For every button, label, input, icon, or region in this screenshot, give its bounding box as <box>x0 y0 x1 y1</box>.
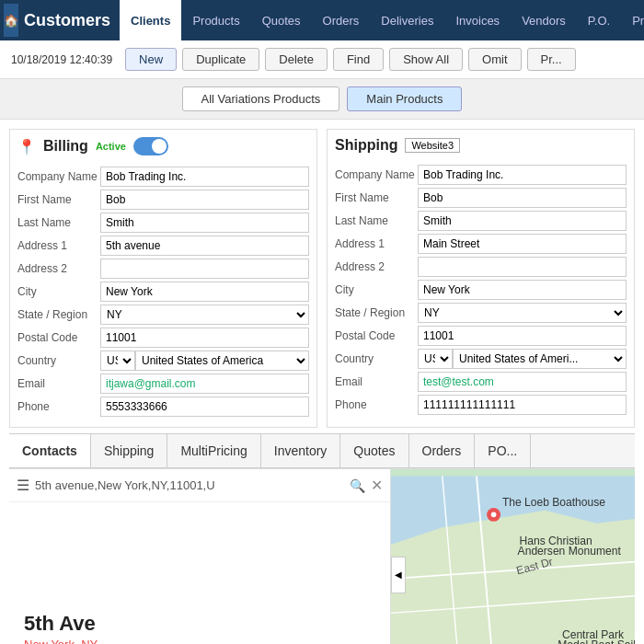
tab-inventory[interactable]: Inventory <box>261 434 341 467</box>
shipping-postal-input[interactable] <box>418 326 627 346</box>
billing-address1-row: Address 1 <box>17 236 309 256</box>
billing-phone-input[interactable] <box>100 397 309 417</box>
location-icon: 📍 <box>17 138 36 155</box>
new-button[interactable]: New <box>125 48 177 71</box>
shipping-address2-row: Address 2 <box>335 257 627 277</box>
billing-firstname-input[interactable] <box>100 190 309 210</box>
billing-postal-input[interactable] <box>100 328 309 348</box>
active-badge: Active <box>96 141 126 152</box>
billing-state-row: State / Region NY <box>17 305 309 325</box>
billing-postal-row: Postal Code <box>17 328 309 348</box>
billing-company-row: Company Name <box>17 167 309 187</box>
shipping-title: Shipping <box>335 137 397 154</box>
billing-country-code-select[interactable]: US <box>100 351 135 371</box>
billing-firstname-row: First Name <box>17 190 309 210</box>
map-search-bar: ☰ 🔍 ✕ <box>9 469 390 502</box>
nav-tab-po[interactable]: P.O. <box>577 0 621 40</box>
close-icon[interactable]: ✕ <box>371 477 383 494</box>
shipping-state-row: State / Region NY <box>335 303 627 323</box>
shipping-phone-label: Phone <box>335 398 418 411</box>
nav-tab-invoices[interactable]: Invoices <box>444 0 511 40</box>
shipping-phone-input[interactable] <box>418 395 627 415</box>
shipping-city-label: City <box>335 283 418 296</box>
shipping-email-input[interactable] <box>418 372 627 392</box>
svg-point-10 <box>491 512 497 518</box>
billing-company-input[interactable] <box>100 167 309 187</box>
billing-phone-label: Phone <box>17 400 100 413</box>
billing-lastname-row: Last Name <box>17 213 309 233</box>
active-toggle[interactable] <box>133 137 168 155</box>
nav-tab-vendors[interactable]: Vendors <box>511 0 577 40</box>
billing-email-input[interactable] <box>100 374 309 394</box>
show-all-button[interactable]: Show All <box>389 48 463 71</box>
app-title: Customers <box>24 11 110 30</box>
website-badge: Website3 <box>405 138 460 153</box>
billing-country-select[interactable]: United States of America <box>135 351 309 371</box>
duplicate-button[interactable]: Duplicate <box>182 48 259 71</box>
billing-address1-input[interactable] <box>100 236 309 256</box>
svg-text:Andersen Monument: Andersen Monument <box>518 545 622 558</box>
all-variations-tab[interactable]: All Variations Products <box>182 86 340 111</box>
shipping-postal-label: Postal Code <box>335 329 418 342</box>
shipping-address1-row: Address 1 <box>335 234 627 254</box>
billing-postal-label: Postal Code <box>17 331 100 344</box>
shipping-address2-input[interactable] <box>418 257 627 277</box>
datetime-display: 10/18/2019 12:40:39 <box>11 53 112 66</box>
tab-po[interactable]: PO... <box>475 434 531 467</box>
billing-lastname-label: Last Name <box>17 216 100 229</box>
nav-tab-deliveries[interactable]: Deliveries <box>370 0 444 40</box>
shipping-firstname-label: First Name <box>335 191 418 204</box>
map-left-panel: ☰ 🔍 ✕ 5th Ave New York, NY USA <box>9 469 391 644</box>
top-navigation: 🏠 Customers Clients Products Quotes Orde… <box>0 0 644 40</box>
find-button[interactable]: Find <box>333 48 384 71</box>
shipping-country-select[interactable]: United States of Ameri... <box>453 349 627 369</box>
shipping-address1-label: Address 1 <box>335 237 418 250</box>
tab-shipping[interactable]: Shipping <box>91 434 168 467</box>
shipping-address1-input[interactable] <box>418 234 627 254</box>
tab-orders[interactable]: Orders <box>409 434 476 467</box>
billing-city-input[interactable] <box>100 282 309 302</box>
shipping-phone-row: Phone <box>335 395 627 415</box>
billing-shipping-panels: 📍 Billing Active Company Name First Name… <box>9 129 635 428</box>
omit-button[interactable]: Omit <box>468 48 521 71</box>
hamburger-icon[interactable]: ☰ <box>17 477 29 494</box>
billing-address2-input[interactable] <box>100 259 309 279</box>
main-content: 📍 Billing Active Company Name First Name… <box>0 120 644 644</box>
shipping-country-row: Country US United States of Ameri... <box>335 349 627 369</box>
shipping-city-input[interactable] <box>418 280 627 300</box>
shipping-postal-row: Postal Code <box>335 326 627 346</box>
svg-text:Model Boat Sail...: Model Boat Sail... <box>558 638 635 644</box>
print-button[interactable]: Pr... <box>527 48 576 71</box>
product-tabs: All Variations Products Main Products <box>0 79 644 120</box>
nav-tab-clients[interactable]: Clients <box>120 0 181 40</box>
tab-contacts[interactable]: Contacts <box>9 434 91 467</box>
shipping-firstname-input[interactable] <box>418 188 627 208</box>
nav-tab-quotes[interactable]: Quotes <box>251 0 312 40</box>
shipping-country-code-select[interactable]: US <box>418 349 453 369</box>
nav-tab-products[interactable]: Products <box>181 0 250 40</box>
shipping-state-select[interactable]: NY <box>418 303 627 323</box>
shipping-address2-label: Address 2 <box>335 260 418 273</box>
tab-multipricing[interactable]: MultiPricing <box>167 434 260 467</box>
shipping-city-row: City <box>335 280 627 300</box>
billing-title: Billing <box>43 138 88 155</box>
map-search-input[interactable] <box>35 478 344 492</box>
billing-email-row: Email <box>17 374 309 394</box>
shipping-email-row: Email <box>335 372 627 392</box>
billing-address2-label: Address 2 <box>17 262 100 275</box>
main-products-tab[interactable]: Main Products <box>347 86 462 111</box>
shipping-country-label: Country <box>335 352 418 365</box>
delete-button[interactable]: Delete <box>265 48 328 71</box>
billing-state-select[interactable]: NY <box>100 305 309 325</box>
shipping-panel: Shipping Website3 Company Name First Nam… <box>327 129 635 428</box>
map-collapse-button[interactable]: ◀ <box>391 557 406 593</box>
tab-quotes[interactable]: Quotes <box>340 434 408 467</box>
shipping-lastname-label: Last Name <box>335 214 418 227</box>
shipping-lastname-input[interactable] <box>418 211 627 231</box>
shipping-company-input[interactable] <box>418 165 627 185</box>
nav-tab-orders[interactable]: Orders <box>312 0 371 40</box>
billing-address1-label: Address 1 <box>17 239 100 252</box>
search-icon[interactable]: 🔍 <box>350 478 365 493</box>
nav-tab-projects[interactable]: Projects <box>621 0 644 40</box>
billing-lastname-input[interactable] <box>100 213 309 233</box>
